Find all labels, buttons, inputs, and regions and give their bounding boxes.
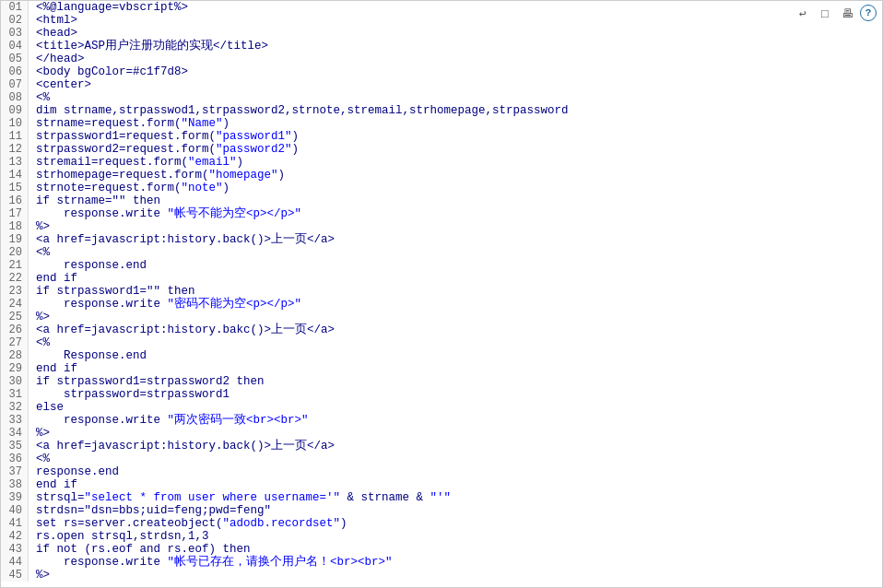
- code-token: <title>ASP用户注册功能的实现</title>: [36, 40, 268, 53]
- code-token: end if: [36, 272, 77, 285]
- line-content: <%: [29, 91, 882, 104]
- help-btn[interactable]: ?: [860, 5, 877, 21]
- line-number: 29: [1, 362, 29, 375]
- code-area: 01<%@language=vbscript%>02<html>03<head>…: [1, 1, 882, 587]
- back-btn[interactable]: ↩: [794, 5, 812, 23]
- code-token: <a href=javascript:history.bakc()>上一页</a…: [36, 323, 335, 336]
- code-token: if strpassword1=strpassword2 then: [36, 375, 265, 388]
- line-number: 21: [1, 259, 29, 272]
- line-number: 36: [1, 453, 29, 465]
- line-content: response.write "两次密码一致<br><br>": [29, 414, 882, 427]
- code-token: "select * from user where username='": [85, 491, 341, 504]
- line-content: if strpassword1=strpassword2 then: [29, 375, 882, 388]
- line-number: 41: [1, 517, 29, 530]
- line-content: %>: [29, 220, 882, 233]
- line-number: 34: [1, 427, 29, 440]
- line-number: 37: [1, 465, 29, 478]
- line-number: 04: [1, 40, 29, 53]
- code-token: strpassword1=request.form(: [36, 130, 216, 143]
- line-number: 07: [1, 78, 29, 91]
- line-number: 22: [1, 272, 29, 285]
- code-token: response.end: [36, 259, 147, 272]
- line-content: if strname="" then: [29, 194, 882, 207]
- line-content: dim strname,strpasswod1,strpassword2,str…: [29, 104, 882, 117]
- code-line: 15strnote=request.form("note"): [1, 182, 882, 194]
- code-line: 36<%: [1, 453, 882, 465]
- line-number: 16: [1, 194, 29, 207]
- line-number: 05: [1, 53, 29, 65]
- line-content: response.write "密码不能为空<p></p>": [29, 298, 882, 311]
- code-token: "Name": [182, 117, 223, 130]
- code-line: 28 Response.end: [1, 349, 882, 362]
- line-content: <center>: [29, 78, 882, 91]
- line-number: 27: [1, 336, 29, 349]
- code-token: ): [223, 117, 230, 130]
- line-number: 12: [1, 143, 29, 156]
- code-line: 16if strname="" then: [1, 194, 882, 207]
- code-token: strpassword=strpassword1: [36, 388, 230, 401]
- code-line: 18%>: [1, 220, 882, 233]
- line-content: %>: [29, 311, 882, 323]
- code-line: 40strdsn="dsn=bbs;uid=feng;pwd=feng": [1, 504, 882, 517]
- code-token: ): [292, 143, 300, 156]
- line-content: response.write "帐号不能为空<p></p>": [29, 207, 882, 220]
- code-token: %>: [36, 427, 50, 440]
- code-token: <body bgColor=#c1f7d8>: [36, 65, 188, 78]
- line-number: 24: [1, 298, 29, 311]
- line-content: response.end: [29, 465, 882, 478]
- copy-btn[interactable]: □: [816, 5, 834, 23]
- line-content: strpassword1=request.form("password1"): [29, 130, 882, 143]
- code-line: 41set rs=server.createobject("adodb.reco…: [1, 517, 882, 530]
- line-content: strpassword=strpassword1: [29, 388, 882, 401]
- code-token: ): [292, 130, 300, 143]
- code-token: if not (rs.eof and rs.eof) then: [36, 543, 251, 556]
- line-number: 09: [1, 104, 29, 117]
- code-token: <head>: [36, 27, 77, 40]
- line-content: %>: [29, 569, 882, 582]
- code-token: <a href=javascript:history.back()>上一页</a…: [36, 233, 335, 246]
- line-number: 08: [1, 91, 29, 104]
- code-line: 38end if: [1, 478, 882, 491]
- code-line: 03<head>: [1, 27, 882, 40]
- code-token: %>: [36, 569, 50, 582]
- line-content: <%: [29, 246, 882, 259]
- code-token: <%: [36, 336, 50, 349]
- code-token: end if: [36, 362, 77, 375]
- line-content: <%: [29, 453, 882, 465]
- code-token: "帐号不能为空<p></p>": [168, 207, 302, 220]
- code-line: 42rs.open strsql,strdsn,1,3: [1, 530, 882, 543]
- line-number: 17: [1, 207, 29, 220]
- print-btn[interactable]: 🖶: [838, 5, 856, 23]
- line-number: 32: [1, 401, 29, 414]
- line-number: 11: [1, 130, 29, 143]
- line-content: strpassword2=request.form("password2"): [29, 143, 882, 156]
- code-token: else: [36, 401, 64, 414]
- line-number: 42: [1, 530, 29, 543]
- code-token: <center>: [36, 78, 91, 91]
- code-token: <%: [36, 453, 50, 465]
- line-content: stremail=request.form("email"): [29, 156, 882, 169]
- code-token: Response.end: [36, 349, 147, 362]
- line-content: strdsn="dsn=bbs;uid=feng;pwd=feng": [29, 504, 882, 517]
- code-token: & strname &: [340, 491, 430, 504]
- line-number: 01: [1, 1, 29, 14]
- code-token: "帐号已存在，请换个用户名！<br><br>": [168, 556, 393, 569]
- line-number: 39: [1, 491, 29, 504]
- code-line: 30if strpassword1=strpassword2 then: [1, 375, 882, 388]
- line-content: strname=request.form("Name"): [29, 117, 882, 130]
- line-content: <%: [29, 336, 882, 349]
- line-content: else: [29, 401, 882, 414]
- code-line: 24 response.write "密码不能为空<p></p>": [1, 298, 882, 311]
- code-token: response.write: [36, 298, 168, 311]
- line-content: <html>: [29, 14, 882, 27]
- code-line: 44 response.write "帐号已存在，请换个用户名！<br><br>…: [1, 556, 882, 569]
- line-content: strnote=request.form("note"): [29, 182, 882, 194]
- code-line: 45%>: [1, 569, 882, 582]
- line-number: 28: [1, 349, 29, 362]
- code-token: strsql=: [36, 491, 85, 504]
- code-line: 13stremail=request.form("email"): [1, 156, 882, 169]
- line-number: 23: [1, 285, 29, 298]
- line-number: 44: [1, 556, 29, 569]
- code-line: 11strpassword1=request.form("password1"): [1, 130, 882, 143]
- code-token: "password1": [216, 130, 292, 143]
